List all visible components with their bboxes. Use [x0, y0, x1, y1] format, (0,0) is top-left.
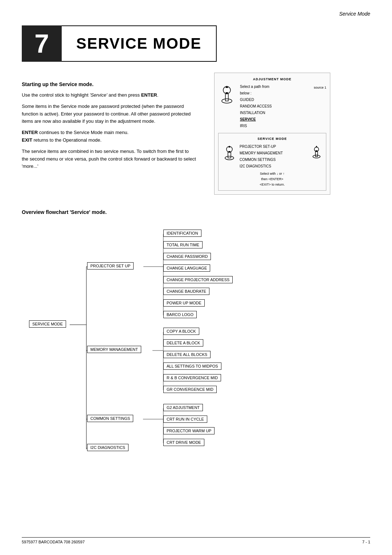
- fc-delete-all-blocks: DELETE ALL BLOCKS: [163, 351, 211, 358]
- fc-power-up-mode: POWER UP MODE: [163, 299, 205, 307]
- fc-copy-a-block: COPY A BLOCK: [163, 328, 199, 335]
- fc-change-projector-address: CHANGE PROJECTOR ADDRESS: [163, 276, 233, 283]
- fc-delete-a-block: DELETE A BLOCK: [163, 339, 203, 347]
- service-mode-label: SERVICE MODE: [222, 136, 322, 142]
- diagram-service: SERVICE: [240, 116, 310, 123]
- section1-para1: Use the control stick to highlight 'Serv…: [22, 92, 196, 99]
- section1-para4: The service items are combined in two se…: [22, 148, 196, 170]
- diagram-installation: INSTALLATION: [240, 110, 310, 116]
- diagram-i2c-diagnostics: I2C DIAGNOSTICS: [240, 163, 309, 170]
- page-header: Service Mode: [339, 11, 370, 17]
- flowchart-container: SERVICE MODE PROJECTOR SET UP MEMORY MAN…: [29, 226, 356, 451]
- svg-rect-6: [228, 152, 231, 158]
- adjustment-mode-label: ADJUSTMENT MODE: [218, 77, 326, 82]
- fc-projector-set-up: PROJECTOR SET UP: [87, 262, 134, 270]
- diagram-guided: GUIDED: [240, 97, 310, 103]
- fc-barco-logo: BARCO LOGO: [163, 311, 197, 318]
- fc-projector-warm-up: PROJECTOR WARM UP: [163, 427, 215, 434]
- section1-para2: Some items in the Service mode are passw…: [22, 103, 196, 125]
- diagram-exit-to-return: <EXIT> to return.: [222, 182, 322, 187]
- footer-left-text: 5975977 BARCODATA 708 260597: [22, 540, 362, 544]
- flowchart-section: Overview flowchart 'Service' mode.: [22, 209, 370, 451]
- fc-change-password: CHANGE PASSWORD: [163, 253, 211, 260]
- fc-crt-drive-mode: CRT DRIVE MODE: [163, 439, 204, 446]
- chapter-title: SERVICE MODE: [76, 35, 201, 52]
- diagram-random-access: RANDOM ACCESS: [240, 103, 310, 110]
- footer-page-number: 7 - 1: [362, 540, 370, 544]
- diagram-projector-set-up: PROJECTOR SET-UP: [240, 143, 309, 150]
- fc-change-baudrate: CHANGE BAUDRATE: [163, 288, 209, 295]
- diagram-iris: IRIS: [240, 123, 310, 129]
- fc-total-run-time: TOTAL RUN TIME: [163, 241, 203, 248]
- fc-all-settings-to-midpos: ALL SETTINGS TO MIDPOS: [163, 362, 221, 370]
- diagram-then-enter: then <ENTER>: [222, 177, 322, 182]
- fc-g2-adjustment: G2 ADJUSTMENT: [163, 404, 203, 411]
- fc-memory-management: MEMORY MANAGEMENT: [87, 346, 141, 353]
- fc-identification: IDENTIFICATION: [163, 230, 201, 237]
- section1-title: Starting up the Service mode.: [22, 81, 203, 87]
- fc-crt-run-in-cycle: CRT RUN IN CYCLE: [163, 416, 207, 423]
- fc-change-language: CHANGE LANGUAGE: [163, 264, 210, 272]
- diagram-memory-management: MEMORY MANAGEMENT: [240, 150, 309, 157]
- fc-r-b-convergence-mid: R & B CONVERGENCE MID: [163, 374, 221, 381]
- chapter-number: 7: [22, 25, 62, 62]
- svg-marker-13: [315, 146, 318, 147]
- diagram-common-settings: COMMON SETTINGS: [240, 157, 309, 163]
- adjustment-mode-diagram: ADJUSTMENT MODE Sel: [214, 73, 330, 195]
- diagram-below: below :: [240, 90, 310, 97]
- svg-rect-1: [225, 94, 228, 101]
- diagram-select-path: Select a path from: [240, 84, 310, 90]
- section2-title: Overview flowchart 'Service' mode.: [22, 209, 370, 215]
- svg-rect-11: [315, 151, 318, 157]
- diagram-select-with: Select with ↓ or ↑: [222, 171, 322, 177]
- service-mode-diagram: SERVICE MODE PROJECTO: [218, 133, 326, 191]
- fc-i2c-diagnostics: I2C DIAGNOSTICS: [87, 444, 128, 451]
- fc-service-mode: SERVICE MODE: [29, 320, 66, 328]
- section1-para3: ENTER continues to the Service Mode main…: [22, 129, 196, 144]
- diagram-source1: source 1: [314, 85, 326, 90]
- page-footer: 5975977 BARCODATA 708 260597 7 - 1: [22, 537, 370, 544]
- fc-common-settings: COMMON SETTINGS: [87, 415, 133, 422]
- fc-gr-convergence-mid: GR CONVERGENCE MID: [163, 386, 217, 393]
